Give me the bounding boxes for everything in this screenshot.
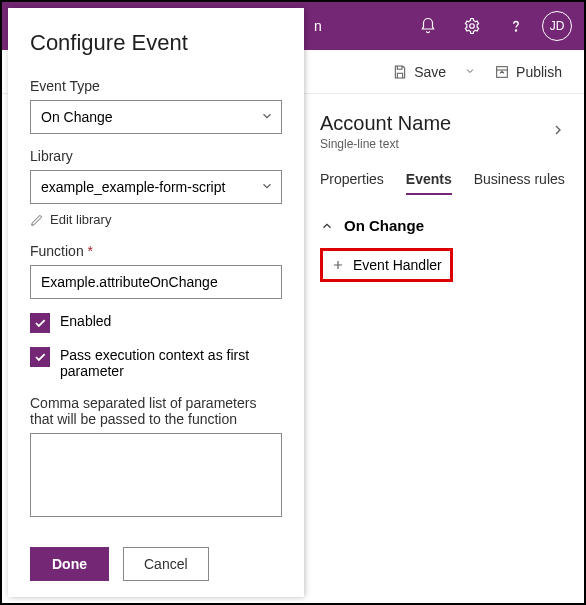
cancel-button[interactable]: Cancel [123,547,209,581]
panel-expand-button[interactable] [550,122,566,142]
add-event-handler-button[interactable]: Event Handler [320,248,453,282]
save-icon [392,64,408,80]
event-type-label: Event Type [30,78,282,94]
gear-icon [463,17,481,35]
question-icon [507,17,525,35]
enabled-checkbox[interactable] [30,313,50,333]
user-avatar[interactable]: JD [542,11,572,41]
save-label: Save [414,64,446,80]
pass-context-label: Pass execution context as first paramete… [60,347,282,379]
tab-events[interactable]: Events [406,171,452,195]
notifications-button[interactable] [410,8,446,44]
chevron-up-icon [320,219,334,233]
chevron-down-icon [464,65,476,77]
edit-library-link[interactable]: Edit library [30,212,282,227]
field-subtitle: Single-line text [320,137,451,151]
publish-icon [494,64,510,80]
check-icon [33,316,47,330]
tab-properties[interactable]: Properties [320,171,384,195]
section-label: On Change [344,217,424,234]
panel-heading: Configure Event [30,30,282,56]
help-button[interactable] [498,8,534,44]
avatar-initials: JD [550,19,565,33]
save-button[interactable]: Save [384,60,454,84]
params-textarea[interactable] [30,433,282,517]
events-section-onchange[interactable]: On Change [320,217,566,234]
edit-library-label: Edit library [50,212,111,227]
library-select[interactable] [30,170,282,204]
plus-icon [331,258,345,272]
svg-point-0 [470,24,475,29]
settings-button[interactable] [454,8,490,44]
field-properties-panel: Account Name Single-line text Properties… [302,94,584,603]
pass-context-checkbox[interactable] [30,347,50,367]
tab-business-rules[interactable]: Business rules [474,171,565,195]
field-title: Account Name [320,112,451,135]
enabled-label: Enabled [60,313,111,329]
add-event-handler-label: Event Handler [353,257,442,273]
done-button[interactable]: Done [30,547,109,581]
check-icon [33,350,47,364]
chevron-right-icon [550,122,566,138]
bell-icon [419,17,437,35]
event-type-select[interactable] [30,100,282,134]
configure-event-panel: Configure Event Event Type Library Edit … [8,8,304,597]
library-label: Library [30,148,282,164]
pencil-icon [30,213,44,227]
publish-button[interactable]: Publish [486,60,570,84]
field-tabs: Properties Events Business rules [320,171,566,195]
save-split-button[interactable] [458,60,482,84]
function-input[interactable] [30,265,282,299]
params-label: Comma separated list of parameters that … [30,395,282,427]
svg-point-1 [515,30,516,31]
app-title-fragment: n [314,18,321,34]
publish-label: Publish [516,64,562,80]
function-label: Function [30,243,282,259]
